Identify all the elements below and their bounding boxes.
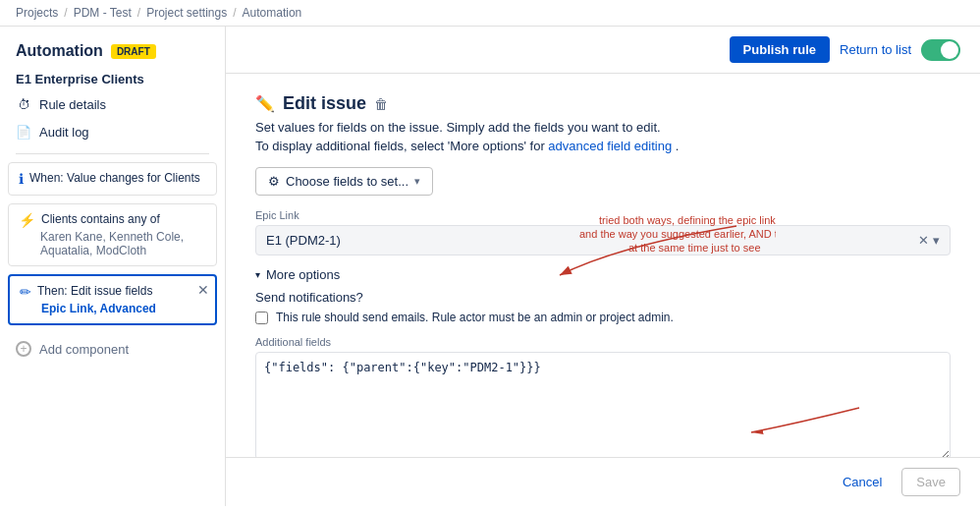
sidebar-divider — [16, 153, 209, 154]
send-notifications-label: Send notifications? — [255, 290, 951, 305]
breadcrumb-automation: Automation — [243, 6, 302, 20]
return-to-list-link[interactable]: Return to list — [840, 42, 911, 57]
right-panel: Publish rule Return to list ✏️ Edit issu… — [226, 27, 980, 506]
breadcrumb-project-settings[interactable]: Project settings — [146, 6, 227, 20]
sidebar-title: Automation DRAFT — [0, 42, 225, 64]
content-area: ✏️ Edit issue 🗑 Set values for fields on… — [226, 74, 980, 457]
clock-icon: ⏱ — [16, 96, 31, 112]
additional-fields-label: Additional fields — [255, 336, 951, 348]
trash-icon[interactable]: 🗑 — [374, 96, 388, 112]
epic-link-value: E1 (PDM2-1) — [266, 233, 912, 248]
content-header: ✏️ Edit issue 🗑 — [255, 93, 951, 114]
clients-block-sub: Karen Kane, Kenneth Cole, Aquatalia, Mod… — [40, 230, 206, 257]
publish-rule-button[interactable]: Publish rule — [730, 36, 830, 63]
page-title: Edit issue — [283, 93, 366, 114]
when-block[interactable]: ℹ When: Value changes for Clients — [8, 162, 217, 196]
choose-fields-button[interactable]: ⚙ Choose fields to set... ▾ — [255, 167, 433, 196]
breadcrumb-projects[interactable]: Projects — [16, 6, 58, 20]
epic-link-chevron-icon[interactable]: ▾ — [933, 233, 940, 248]
content-desc2: To display additional fields, select 'Mo… — [255, 139, 951, 153]
epic-link-clear-icon[interactable]: ✕ — [918, 233, 929, 248]
clients-icon: ⚡ — [19, 212, 35, 228]
gear-icon: ⚙ — [268, 174, 280, 189]
when-block-label: When: Value changes for Clients — [29, 171, 200, 185]
breadcrumb: Projects / PDM - Test / Project settings… — [0, 0, 980, 27]
epic-link-field[interactable]: E1 (PDM2-1) ✕ ▾ — [255, 225, 951, 256]
pencil-icon: ✏️ — [255, 94, 275, 113]
more-options-arrow-icon: ▾ — [255, 269, 260, 280]
add-dot-icon: + — [16, 341, 31, 357]
sidebar-section-title: E1 Enterprise Clients — [0, 64, 225, 90]
content-desc1: Set values for fields on the issue. Simp… — [255, 120, 951, 135]
then-icon: ✏ — [20, 284, 31, 300]
then-block-close[interactable]: ✕ — [197, 282, 209, 298]
file-icon: 📄 — [16, 124, 31, 140]
chevron-down-icon: ▾ — [414, 175, 420, 188]
sidebar: Automation DRAFT E1 Enterprise Clients ⏱… — [0, 27, 226, 506]
additional-fields-textarea[interactable] — [255, 352, 951, 457]
then-block[interactable]: ✕ ✏ Then: Edit issue fields Epic Link, A… — [8, 274, 217, 325]
epic-link-label: Epic Link — [255, 209, 951, 221]
clients-block[interactable]: ⚡ Clients contains any of Karen Kane, Ke… — [8, 203, 217, 266]
epic-link-section: Epic Link E1 (PDM2-1) ✕ ▾ — [255, 209, 951, 256]
save-button: Save — [901, 468, 960, 496]
then-block-label: Then: Edit issue fields — [37, 284, 152, 298]
then-block-sub: Epic Link, Advanced — [41, 302, 205, 315]
top-header: Publish rule Return to list — [226, 27, 980, 74]
automation-toggle[interactable] — [921, 39, 960, 61]
breadcrumb-pdm-test[interactable]: PDM - Test — [74, 6, 132, 20]
bottom-actions: Cancel Save — [226, 457, 980, 506]
draft-badge: DRAFT — [111, 44, 156, 59]
checkbox-text: This rule should send emails. Rule actor… — [276, 311, 674, 324]
add-component[interactable]: + Add component — [0, 333, 225, 365]
checkbox-row: This rule should send emails. Rule actor… — [255, 311, 951, 324]
sidebar-item-rule-details[interactable]: ⏱ Rule details — [0, 90, 225, 118]
sidebar-item-audit-log[interactable]: 📄 Audit log — [0, 118, 225, 145]
advanced-field-editing-link[interactable]: advanced field editing — [548, 139, 672, 153]
clients-block-label: Clients contains any of — [41, 212, 160, 226]
send-notifications-checkbox[interactable] — [255, 312, 268, 324]
cancel-button[interactable]: Cancel — [831, 468, 894, 496]
info-icon: ℹ — [19, 171, 24, 187]
epic-link-actions: ✕ ▾ — [918, 233, 940, 248]
more-options-toggle[interactable]: ▾ More options — [255, 267, 951, 282]
